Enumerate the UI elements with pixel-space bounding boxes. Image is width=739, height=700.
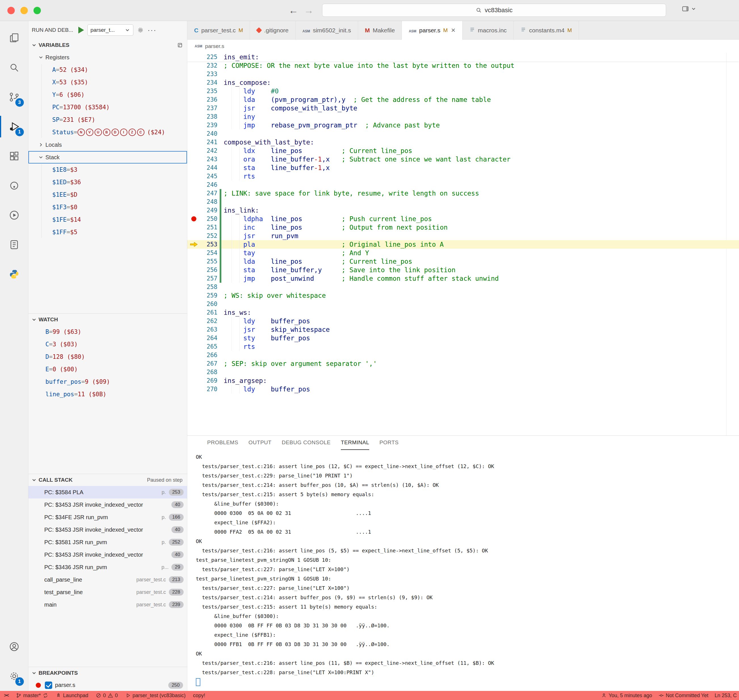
gutter[interactable] xyxy=(187,138,200,147)
gitlens-icon[interactable] xyxy=(0,171,28,200)
launch-config-select[interactable]: parser_t... xyxy=(87,24,134,36)
extensions-icon[interactable] xyxy=(0,141,28,171)
editor-tab[interactable]: ASMsim6502_init.s xyxy=(296,21,358,40)
code-line[interactable]: 253 pla ; Original line_pos into A xyxy=(187,240,739,249)
locals-group[interactable]: Locals xyxy=(28,138,187,151)
register-row-status[interactable]: Status = NVUBDIZC($24) xyxy=(28,126,187,138)
editor-tab[interactable]: .gitignore xyxy=(250,21,295,40)
callstack-frame[interactable]: mainparser_test.c239 xyxy=(28,599,187,611)
minimize-window-button[interactable] xyxy=(21,7,28,14)
close-window-button[interactable] xyxy=(7,7,15,14)
gutter[interactable] xyxy=(187,376,200,385)
gutter[interactable] xyxy=(187,96,200,104)
gutter[interactable] xyxy=(187,172,200,181)
editor-tab[interactable]: MMakefile xyxy=(358,21,402,40)
stack-row[interactable]: $1E8 = $3 xyxy=(28,163,187,176)
gutter[interactable] xyxy=(187,121,200,129)
code-line[interactable]: 244 sta line_buffer-1,x xyxy=(187,163,739,172)
watch-row[interactable]: E = 0 ($00) xyxy=(28,363,187,375)
code-line[interactable]: 266 xyxy=(187,351,739,359)
register-row[interactable]: PC = 13700 ($3584) xyxy=(28,101,187,113)
gutter[interactable] xyxy=(187,359,200,368)
gutter[interactable] xyxy=(187,189,200,197)
gutter[interactable] xyxy=(187,155,200,163)
code-line[interactable]: 265 rts xyxy=(187,342,739,351)
code-line[interactable]: 225ins_emit: xyxy=(187,53,739,61)
callstack-frame[interactable]: PC: $3453 JSR invoke_indexed_vector40 xyxy=(28,549,187,561)
gutter[interactable] xyxy=(187,317,200,325)
gutter[interactable] xyxy=(187,53,200,61)
task-item[interactable]: copy! xyxy=(193,693,205,699)
back-button[interactable]: ← xyxy=(287,4,300,16)
gutter[interactable] xyxy=(187,240,200,249)
stack-row[interactable]: $1EE = $D xyxy=(28,188,187,201)
explorer-icon[interactable] xyxy=(0,23,28,53)
gutter[interactable] xyxy=(187,274,200,283)
debug-target-item[interactable]: parser_test (vc83basic) xyxy=(125,693,186,699)
register-row[interactable]: A = 52 ($34) xyxy=(28,63,187,76)
code-line[interactable]: 257 jmp post_unwind ; Handle common stuf… xyxy=(187,274,739,283)
gutter[interactable] xyxy=(187,206,200,215)
command-center-search[interactable]: vc83basic xyxy=(322,4,666,17)
close-icon[interactable]: × xyxy=(451,26,455,35)
code-line[interactable]: 249ins_link: xyxy=(187,206,739,215)
stack-row[interactable]: $1FE = $14 xyxy=(28,213,187,226)
code-line[interactable]: 235 ldy #0 xyxy=(187,87,739,96)
callstack-frame[interactable]: test_parse_lineparser_test.c228 xyxy=(28,586,187,599)
problems-status[interactable]: 0 0 xyxy=(95,693,118,699)
run-debug-icon[interactable]: 1 xyxy=(0,112,28,141)
callstack-frame[interactable]: call_parse_lineparser_test.c213 xyxy=(28,574,187,586)
gutter[interactable] xyxy=(187,368,200,376)
code-line[interactable]: 245 rts xyxy=(187,172,739,181)
callstack-frame[interactable]: PC: $34FE JSR run_pvmp.166 xyxy=(28,511,187,524)
code-line[interactable]: 234ins_compose: xyxy=(187,78,739,87)
code-line[interactable]: 264 sty buffer_pos xyxy=(187,334,739,342)
code-line[interactable]: 260 xyxy=(187,300,739,308)
code-line[interactable]: 246 xyxy=(187,181,739,189)
panel-tab-ports[interactable]: PORTS xyxy=(379,436,399,450)
watch-row[interactable]: C = 3 ($03) xyxy=(28,338,187,351)
callstack-frame[interactable]: PC: $3436 JSR run_pvmp...29 xyxy=(28,561,187,574)
gutter[interactable] xyxy=(187,257,200,266)
account-icon[interactable] xyxy=(0,632,28,662)
code-area[interactable]: 225ins_emit:232; COMPOSE: OR the next by… xyxy=(187,53,739,435)
breakpoints-header[interactable]: BREAKPOINTS xyxy=(28,667,187,679)
code-line[interactable]: 263 jsr skip_whitespace xyxy=(187,325,739,334)
gutter[interactable] xyxy=(187,351,200,359)
group-values-icon[interactable] xyxy=(177,42,183,48)
editor-tab[interactable]: macros.inc xyxy=(463,21,514,40)
gutter[interactable] xyxy=(187,342,200,351)
code-line[interactable]: 243 ora line_buffer-1,x ; Subtract one s… xyxy=(187,155,739,163)
source-control-icon[interactable]: 3 xyxy=(0,82,28,112)
code-line[interactable]: 261ins_ws: xyxy=(187,308,739,317)
gutter[interactable] xyxy=(187,300,200,308)
breakpoint-checkbox[interactable] xyxy=(45,682,52,689)
gutter[interactable] xyxy=(187,61,200,70)
stack-row[interactable]: $1ED = $36 xyxy=(28,176,187,188)
python-icon[interactable] xyxy=(0,259,28,289)
gutter[interactable] xyxy=(187,104,200,112)
code-line[interactable]: 248 xyxy=(187,197,739,206)
watch-row[interactable]: line_pos = 11 ($0B) xyxy=(28,388,187,400)
gutter[interactable] xyxy=(187,129,200,138)
registers-group[interactable]: Registers xyxy=(28,51,187,63)
gutter[interactable] xyxy=(187,334,200,342)
start-debug-button[interactable] xyxy=(78,27,84,34)
code-line[interactable]: 250 ldpha line_pos ; Push current line_p… xyxy=(187,215,739,223)
gutter[interactable] xyxy=(187,249,200,257)
remote-indicator[interactable]: >< xyxy=(4,693,9,698)
zoom-window-button[interactable] xyxy=(34,7,41,14)
panel-tab-output[interactable]: OUTPUT xyxy=(248,436,272,450)
gutter[interactable] xyxy=(187,163,200,172)
gutter[interactable] xyxy=(187,223,200,232)
terminal-output[interactable]: OK tests/parser_test.c:216: assert line_… xyxy=(187,450,739,691)
panel-tab-terminal[interactable]: TERMINAL xyxy=(341,436,369,450)
gutter[interactable] xyxy=(187,266,200,274)
breadcrumb[interactable]: ASM parser.s xyxy=(187,40,739,53)
code-line[interactable]: 268 xyxy=(187,368,739,376)
gutter[interactable] xyxy=(187,291,200,300)
code-line[interactable]: 236 lda (pvm_program_ptr),y ; Get the ad… xyxy=(187,96,739,104)
code-line[interactable]: 233 xyxy=(187,70,739,78)
stack-row[interactable]: $1FF = $5 xyxy=(28,226,187,238)
watch-row[interactable]: D = 128 ($80) xyxy=(28,351,187,363)
